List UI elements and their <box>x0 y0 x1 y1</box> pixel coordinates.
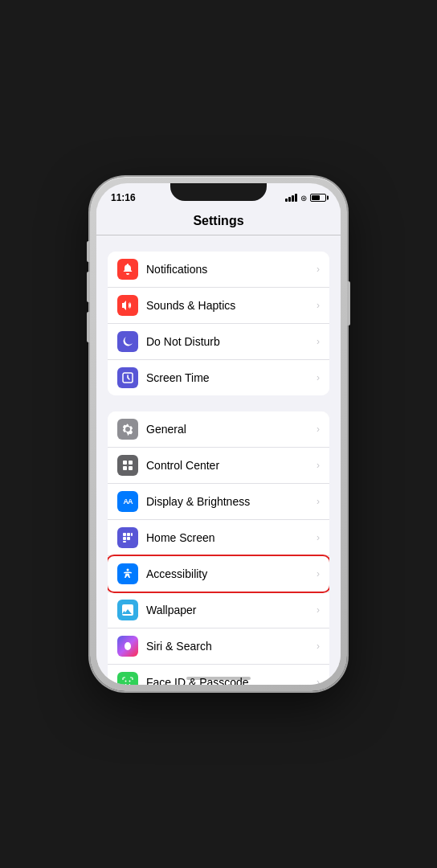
wallpaper-icon <box>117 600 138 620</box>
volume-up-button <box>87 272 90 302</box>
donotdisturb-icon <box>117 331 138 352</box>
svg-rect-2 <box>129 461 133 465</box>
phone-screen: 11:16 ⊛ Settings <box>96 183 341 685</box>
svg-rect-4 <box>129 466 133 470</box>
settings-item-screentime[interactable]: Screen Time › <box>108 360 329 395</box>
home-indicator[interactable] <box>186 677 251 680</box>
faceid-icon <box>117 672 138 685</box>
chevron-icon: › <box>317 641 320 652</box>
accessibility-icon <box>117 563 138 584</box>
chevron-icon: › <box>317 568 320 579</box>
svg-point-11 <box>127 569 129 571</box>
controlcenter-icon <box>117 455 138 476</box>
svg-rect-3 <box>123 466 127 470</box>
general-icon <box>117 419 138 440</box>
svg-rect-5 <box>123 533 126 536</box>
controlcenter-label: Control Center <box>146 459 313 472</box>
homescreen-icon <box>117 527 138 548</box>
chevron-icon: › <box>317 496 320 507</box>
chevron-icon: › <box>317 604 320 616</box>
settings-item-homescreen[interactable]: Home Screen › <box>108 520 329 556</box>
general-label: General <box>146 423 313 436</box>
notifications-label: Notifications <box>146 263 313 276</box>
chevron-icon: › <box>317 460 320 471</box>
notch <box>170 183 267 201</box>
section-1: Notifications › Sounds & Haptics › <box>108 252 329 395</box>
homescreen-label: Home Screen <box>146 531 313 544</box>
settings-item-faceid[interactable]: Face ID & Passcode › <box>108 665 329 685</box>
wifi-icon: ⊛ <box>300 194 307 203</box>
screen-content[interactable]: Settings Notifications › <box>96 207 341 685</box>
chevron-icon: › <box>317 424 320 435</box>
mute-button <box>87 241 90 262</box>
screentime-icon <box>117 367 138 388</box>
section-2: General › Control Center › <box>108 411 329 685</box>
battery-status-icon <box>310 194 326 202</box>
svg-point-15 <box>125 681 127 682</box>
donotdisturb-label: Do Not Disturb <box>146 335 313 348</box>
svg-rect-6 <box>127 533 130 536</box>
svg-point-16 <box>129 681 131 682</box>
signal-icon <box>285 194 297 202</box>
siri-label: Siri & Search <box>146 640 313 653</box>
settings-item-wallpaper[interactable]: Wallpaper › <box>108 592 329 628</box>
power-button <box>347 281 350 326</box>
chevron-icon: › <box>317 372 320 383</box>
svg-rect-10 <box>123 541 126 542</box>
svg-rect-7 <box>131 533 133 536</box>
settings-item-display[interactable]: AA Display & Brightness › <box>108 484 329 520</box>
settings-item-controlcenter[interactable]: Control Center › <box>108 448 329 484</box>
sounds-label: Sounds & Haptics <box>146 299 313 312</box>
settings-item-donotdisturb[interactable]: Do Not Disturb › <box>108 324 329 360</box>
screentime-label: Screen Time <box>146 371 313 384</box>
wallpaper-label: Wallpaper <box>146 604 313 616</box>
chevron-icon: › <box>317 532 320 543</box>
svg-rect-1 <box>123 461 127 465</box>
chevron-icon: › <box>317 677 320 685</box>
chevron-icon: › <box>317 264 320 275</box>
settings-item-sounds[interactable]: Sounds & Haptics › <box>108 288 329 324</box>
chevron-icon: › <box>317 300 320 311</box>
accessibility-label: Accessibility <box>146 567 313 580</box>
settings-item-notifications[interactable]: Notifications › <box>108 252 329 288</box>
notifications-icon <box>117 259 138 280</box>
phone-frame: 11:16 ⊛ Settings <box>90 177 347 691</box>
settings-header: Settings <box>96 207 341 235</box>
settings-item-siri[interactable]: Siri & Search › <box>108 628 329 665</box>
page-title: Settings <box>193 214 243 227</box>
siri-icon <box>117 636 138 657</box>
status-icons: ⊛ <box>285 194 326 203</box>
chevron-icon: › <box>317 336 320 347</box>
volume-down-button <box>87 312 90 342</box>
display-label: Display & Brightness <box>146 495 313 508</box>
status-time: 11:16 <box>111 192 136 203</box>
svg-point-14 <box>126 644 129 649</box>
svg-rect-9 <box>127 537 130 540</box>
settings-item-general[interactable]: General › <box>108 411 329 448</box>
display-icon: AA <box>117 491 138 512</box>
sounds-icon <box>117 295 138 316</box>
svg-rect-8 <box>123 537 126 540</box>
settings-item-accessibility[interactable]: Accessibility › <box>108 556 329 592</box>
